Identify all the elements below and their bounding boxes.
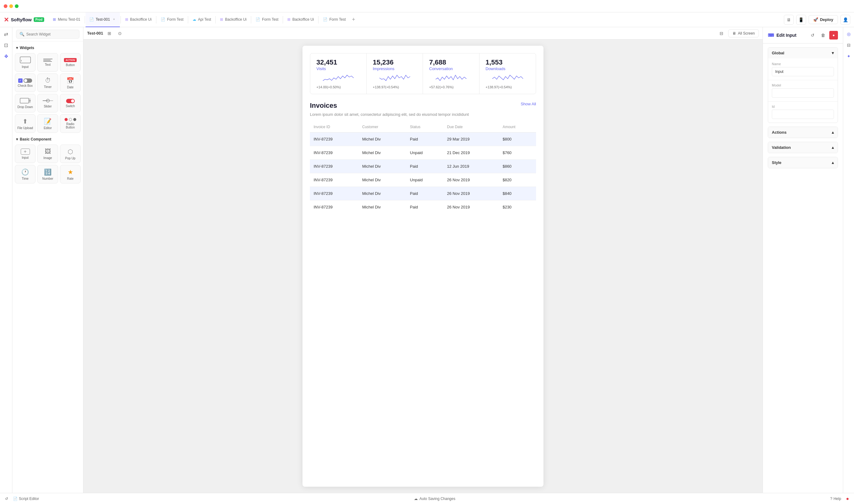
tab-menu-test-01[interactable]: ⊞ Menu Test-01: [49, 12, 84, 27]
tab-label: Backoffice Ui: [225, 17, 247, 22]
right-panel-delete-btn[interactable]: 🗑: [819, 31, 828, 39]
widget-checkbox[interactable]: ✓ Check Box: [15, 73, 36, 92]
widget-dropdown[interactable]: Drop Down: [15, 94, 36, 112]
widget-basic-input-label: Input: [22, 156, 29, 159]
tab-icon: ⊞: [220, 17, 223, 22]
table-cell-amount: $820: [499, 173, 536, 187]
widget-input[interactable]: Input: [15, 53, 36, 72]
tab-form-test-2[interactable]: 📄 Form Test: [252, 12, 282, 27]
table-cell-status: Paid: [406, 132, 443, 146]
show-all-link[interactable]: Show All: [521, 102, 536, 106]
deploy-button[interactable]: 🚀 Deploy: [808, 15, 838, 24]
layers-icon-btn[interactable]: ⊞: [105, 29, 114, 38]
section-actions-header[interactable]: Actions ▴: [768, 127, 838, 138]
auto-saving-label: Auto Saving Changes: [420, 497, 456, 501]
widget-timer[interactable]: ⏱ Timer: [37, 73, 58, 92]
tab-label: Backoffice Ui: [292, 17, 314, 22]
user-icon-btn[interactable]: 👤: [840, 15, 850, 25]
sidebar-icon-nodes[interactable]: ❖: [2, 52, 11, 60]
widget-radiobutton[interactable]: Radio Button: [60, 114, 81, 133]
add-tab-button[interactable]: +: [350, 16, 358, 23]
tab-icon: 📄: [323, 17, 327, 22]
widget-input-label: Input: [22, 65, 29, 69]
sidebar-icon-screen[interactable]: ⊡: [2, 41, 11, 49]
deploy-icon: 🚀: [813, 17, 818, 22]
tab-backoffice-3[interactable]: ⊞ Backoffice Ui: [284, 12, 318, 27]
section-global: Global ▾ Name Model Id: [768, 47, 838, 123]
svg-rect-0: [20, 57, 31, 63]
field-model-input[interactable]: [772, 88, 834, 97]
stat-conversation-chart: [429, 71, 473, 84]
col-amount: Amount: [499, 122, 536, 132]
field-name-input[interactable]: [772, 67, 834, 76]
section-widgets-header[interactable]: ▾ Widgets: [12, 44, 83, 52]
tab-label: Menu Test-01: [58, 17, 80, 22]
widget-time[interactable]: 🕐 Time: [15, 165, 36, 183]
widget-rate[interactable]: ★ Rate: [60, 165, 81, 183]
tab-backoffice-1[interactable]: ⊞ Backoffice Ui: [121, 12, 156, 27]
widget-slider[interactable]: Slider: [37, 94, 58, 112]
mobile-icon-btn[interactable]: 📱: [796, 15, 806, 25]
number-icon: 🔢: [44, 168, 52, 176]
table-cell-amount: $840: [499, 187, 536, 200]
section-global-header[interactable]: Global ▾: [768, 48, 838, 58]
svg-rect-2: [20, 98, 29, 103]
tab-form-test-3[interactable]: 📄 Form Test: [319, 12, 350, 27]
table-row: INV-87239Michel DivPaid12 Jun 2019$860: [310, 160, 536, 173]
widget-number[interactable]: 🔢 Number: [37, 165, 58, 183]
section-style-header[interactable]: Style ▴: [768, 157, 838, 168]
style-label: Style: [772, 160, 781, 165]
script-editor-btn[interactable]: 📄 Script Editor: [13, 497, 39, 501]
right-panel-refresh-btn[interactable]: ↺: [808, 31, 817, 39]
script-editor-undo-btn[interactable]: ↺: [5, 497, 8, 501]
widget-editor[interactable]: 📝 Editor: [37, 114, 58, 133]
right-sidebar-icon-2[interactable]: ⊟: [844, 41, 853, 49]
all-screen-button[interactable]: 🖥 All Screen: [728, 29, 759, 37]
widget-fileupload[interactable]: ⬆ File Upload: [15, 114, 36, 133]
table-cell-due_date: 26 Nov 2019: [443, 200, 499, 214]
table-cell-customer: Michel Div: [358, 132, 406, 146]
widget-button[interactable]: ACTION Button: [60, 53, 81, 72]
validation-chevron-icon: ▴: [832, 145, 834, 150]
right-panel-active-btn[interactable]: ●: [829, 31, 838, 39]
help-btn[interactable]: ? Help: [830, 497, 841, 501]
image-icon: 🖼: [45, 148, 51, 155]
all-screen-label: All Screen: [738, 31, 755, 36]
field-model-group: Model: [768, 80, 838, 101]
monitor-icon-btn[interactable]: 🖥: [784, 15, 794, 25]
profile-icon-btn[interactable]: ●: [846, 496, 849, 502]
widget-switch[interactable]: Switch: [60, 94, 81, 112]
cloud-icon: ☁: [414, 497, 418, 501]
tab-api-test[interactable]: ☁ Api Test: [189, 12, 215, 27]
sidebar-icon-arrows[interactable]: ⇄: [2, 30, 11, 38]
section-validation-header[interactable]: Validation ▴: [768, 142, 838, 153]
tab-form-test-1[interactable]: 📄 Form Test: [157, 12, 187, 27]
tab-backoffice-2[interactable]: ⊞ Backoffice Ui: [216, 12, 250, 27]
right-sidebar-icon-3[interactable]: ✦: [844, 52, 853, 60]
canvas-title: Test-001: [87, 31, 103, 36]
search-icon: 🔍: [19, 32, 24, 36]
traffic-light-red[interactable]: [4, 4, 7, 8]
traffic-light-green[interactable]: [15, 4, 19, 8]
right-sidebar-icon-1[interactable]: ◎: [844, 30, 853, 38]
traffic-light-yellow[interactable]: [9, 4, 13, 8]
widget-popup[interactable]: ⬡ Pop Up: [60, 145, 81, 163]
widget-radiobutton-label: Radio Button: [61, 122, 79, 129]
tab-divider: [121, 16, 121, 23]
widget-basic-input[interactable]: + Input: [15, 145, 36, 163]
tab-bar: ⊞ Menu Test-01 📄 Test-001 × ⊞ Backoffice…: [49, 12, 781, 27]
section-basic-header[interactable]: ▾ Basic Component: [12, 135, 83, 143]
tab-close-btn[interactable]: ×: [112, 17, 116, 22]
widget-date[interactable]: 📅 Date: [60, 73, 81, 92]
invoice-section: Invoices Show All Lorem ipsum dolor sit …: [310, 102, 536, 214]
search-input[interactable]: [26, 32, 76, 36]
widget-text[interactable]: Text: [37, 53, 58, 72]
settings-icon-btn[interactable]: ⊙: [115, 29, 124, 38]
table-cell-customer: Michel Div: [358, 187, 406, 200]
widget-date-label: Date: [67, 86, 73, 89]
widget-image[interactable]: 🖼 Image: [37, 145, 58, 163]
grid-select-icon-btn[interactable]: ⊟: [717, 29, 726, 38]
tab-test-001[interactable]: 📄 Test-001 ×: [86, 12, 120, 27]
field-id-input[interactable]: [772, 110, 834, 119]
stats-row: 32,451 Visits +14.00(+0.50%) 15,236 Impr…: [310, 53, 536, 94]
